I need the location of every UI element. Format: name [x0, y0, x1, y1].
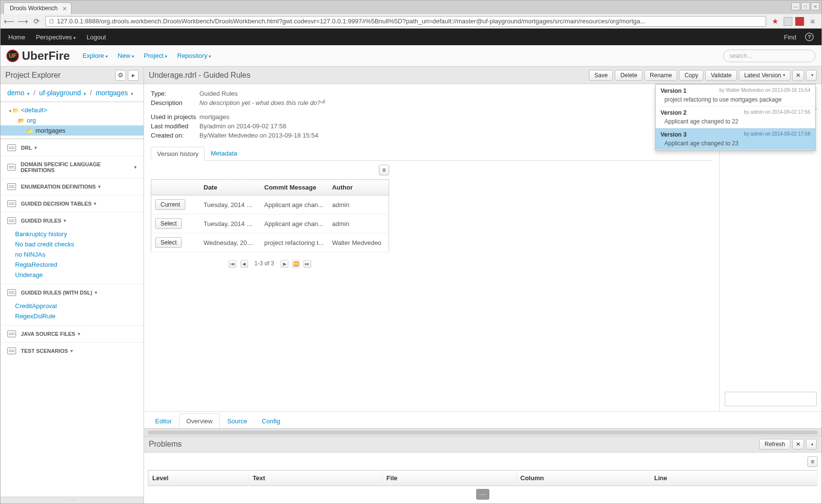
back-icon[interactable]: ⟵ — [4, 17, 14, 26]
pager-label: 1-3 of 3 — [254, 260, 274, 267]
cat-dsl[interactable]: DOMAIN SPECIFIC LANGUAGE DEFINITIONS▾ — [0, 156, 143, 178]
resize-handle-icon[interactable]: ◢ — [321, 97, 325, 106]
ext-icon-2[interactable] — [795, 17, 804, 26]
file-list-icon — [7, 217, 16, 224]
rule-link[interactable]: Underage — [15, 270, 137, 280]
version-item[interactable]: Version 1by Walter Medvedeo on 2013-09-1… — [656, 85, 815, 106]
prev-page-button[interactable]: ◀ — [240, 260, 248, 268]
breadcrumb-mortgages[interactable]: mortgages ▾ — [96, 89, 133, 97]
menu-repository[interactable]: Repository▾ — [177, 52, 211, 59]
caret-down-icon: ▾ — [165, 54, 167, 59]
validate-button[interactable]: Validate — [705, 70, 736, 81]
forward-icon[interactable]: ⟶ — [18, 17, 28, 26]
tree-default[interactable]: ▾📁<default> — [0, 105, 143, 115]
comment-input[interactable] — [725, 392, 817, 406]
editor-title: Underage.rdrl - Guided Rules — [149, 71, 250, 80]
rename-button[interactable]: Rename — [644, 70, 677, 81]
table-row: Select Tuesday, 2014 Sep... Applicant ag… — [151, 214, 389, 233]
tab-metadata[interactable]: Metadata — [205, 147, 243, 161]
select-button[interactable]: Select — [155, 237, 182, 248]
tab-editor[interactable]: Editor — [148, 414, 179, 429]
col-author: Author — [328, 180, 389, 195]
rule-link[interactable]: Bankruptcy history — [15, 229, 137, 239]
cat-test-scenarios[interactable]: TEST SCENARIOS▾ — [0, 343, 143, 359]
breadcrumb-demo[interactable]: demo ▾ — [7, 89, 30, 97]
copy-button[interactable]: Copy — [679, 70, 703, 81]
menu-icon[interactable]: ≡ — [808, 17, 818, 26]
editor-menu-button[interactable]: ▾ — [806, 70, 817, 81]
bookmark-icon[interactable]: ★ — [770, 17, 780, 26]
menu-new[interactable]: New▾ — [118, 52, 134, 59]
version-history-table: Date Commit Message Author Current Tuesd… — [151, 179, 389, 252]
current-button[interactable]: Current — [155, 199, 185, 210]
version-item[interactable]: Version 3by admin on 2014-09-02 17:58 Ap… — [656, 128, 815, 150]
menu-project[interactable]: Project▾ — [144, 52, 167, 59]
help-icon[interactable]: ? — [805, 33, 814, 41]
tree-org[interactable]: 📂org — [0, 115, 143, 125]
caret-down-icon: ▾ — [811, 442, 813, 447]
file-list-icon — [7, 144, 16, 151]
next-set-button[interactable]: ⏩ — [292, 260, 300, 268]
rule-link[interactable]: No bad credit checks — [15, 239, 137, 249]
delete-button[interactable]: Delete — [615, 70, 643, 81]
tab-overview[interactable]: Overview — [179, 414, 220, 429]
tab-source[interactable]: Source — [220, 414, 254, 429]
col-level: Level — [148, 470, 249, 486]
reload-icon[interactable]: ⟳ — [32, 17, 41, 26]
version-dropdown-button[interactable]: Latest Version▾ — [739, 70, 790, 81]
browser-tab-title: Drools Workbench — [10, 5, 57, 12]
select-button[interactable]: Select — [155, 218, 182, 229]
search-input[interactable]: search... — [723, 50, 816, 62]
resize-handle[interactable] — [0, 497, 143, 504]
minimize-icon[interactable]: — — [791, 2, 800, 10]
browser-tab[interactable]: Drools Workbench ✕ — [3, 2, 71, 14]
rule-link[interactable]: CreditApproval — [15, 301, 137, 311]
description-field[interactable]: No description yet - what does this rule… — [199, 99, 321, 106]
problems-body: ≡ Level Text File Column Line ···· — [144, 452, 822, 504]
cat-drl[interactable]: DRL▾ — [0, 139, 143, 156]
overview-panel: Type:Guided Rules DescriptionNo descript… — [144, 84, 719, 411]
menu-explore[interactable]: Explore▾ — [83, 52, 108, 59]
maximize-icon[interactable]: □ — [801, 2, 810, 10]
horizontal-scrollbar[interactable] — [144, 428, 822, 436]
gear-icon[interactable]: ⚙ — [115, 70, 126, 81]
ext-icon-1[interactable] — [784, 17, 792, 26]
menu-find[interactable]: Find — [784, 34, 796, 41]
close-window-icon[interactable]: ✕ — [811, 2, 820, 10]
rule-link[interactable]: no NINJAs — [15, 249, 137, 260]
menu-perspectives[interactable]: Perspectives▾ — [36, 34, 76, 41]
expand-icon[interactable]: ▸ — [128, 70, 139, 81]
problems-menu-button[interactable]: ▾ — [806, 439, 817, 450]
cat-guided-rules[interactable]: GUIDED RULES▾ — [0, 212, 143, 229]
file-list-icon — [7, 183, 16, 190]
version-item[interactable]: Version 2by admin on 2014-09-02 17:56 Ap… — [656, 106, 815, 128]
breadcrumb-playground[interactable]: uf-playground ▾ — [39, 89, 87, 97]
close-tab-icon[interactable]: ✕ — [62, 5, 67, 12]
list-view-icon[interactable]: ≡ — [379, 165, 389, 175]
cat-guided-rules-dsl[interactable]: GUIDED RULES (WITH DSL)▾ — [0, 284, 143, 301]
tree-mortgages[interactable]: 📁mortgages — [0, 125, 143, 136]
tab-version-history[interactable]: Version history — [151, 147, 205, 161]
first-page-button[interactable]: ⏮ — [229, 260, 236, 268]
tab-config[interactable]: Config — [254, 414, 287, 429]
col-file: File — [382, 470, 516, 486]
close-problems-button[interactable]: ✕ — [792, 439, 804, 450]
cat-java[interactable]: JAVA SOURCE FILES▾ — [0, 326, 143, 342]
list-view-icon[interactable]: ≡ — [807, 456, 818, 467]
save-button[interactable]: Save — [589, 70, 613, 81]
next-page-button[interactable]: ▶ — [281, 260, 288, 268]
refresh-button[interactable]: Refresh — [759, 439, 790, 450]
empty-table-indicator: ···· — [476, 489, 489, 500]
cat-enum[interactable]: ENUMERATION DEFINITIONS▾ — [0, 178, 143, 195]
rule-link[interactable]: ReglaRestored — [15, 260, 137, 270]
problems-header: Problems Refresh ✕ ▾ — [144, 436, 822, 452]
cat-gdt[interactable]: GUIDED DECISION TABLES▾ — [0, 195, 143, 212]
menu-logout[interactable]: Logout — [87, 34, 106, 41]
url-bar[interactable]: 🗋 127.0.0.1:8888/org.drools.workbench.Dr… — [45, 16, 766, 27]
last-page-button[interactable]: ⏭ — [304, 260, 311, 268]
close-editor-button[interactable]: ✕ — [792, 70, 804, 81]
url-text: 127.0.0.1:8888/org.drools.workbench.Droo… — [57, 17, 645, 25]
menu-home[interactable]: Home — [8, 34, 25, 41]
brand-row: UF UberFire Explore▾ New▾ Project▾ Repos… — [0, 45, 822, 67]
rule-link[interactable]: RegexDslRule — [15, 311, 137, 321]
